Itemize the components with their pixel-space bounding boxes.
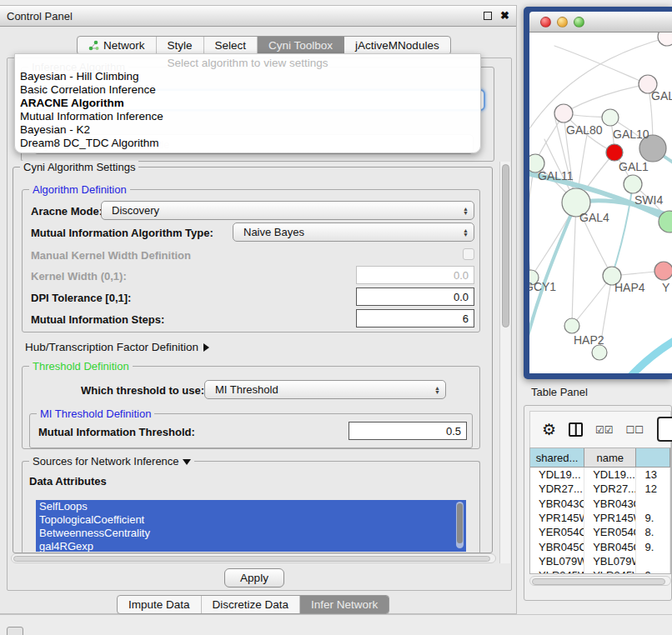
attribute-item[interactable]: gal4RGexp bbox=[36, 540, 466, 552]
hub-tf-definition-label: Hub/Transcription Factor Definition bbox=[25, 341, 198, 353]
tab-network[interactable]: Network bbox=[78, 37, 157, 54]
tab-select[interactable]: Select bbox=[204, 37, 258, 54]
bottom-tab-infer-network[interactable]: Infer Network bbox=[300, 596, 389, 613]
close-traffic-light-icon[interactable] bbox=[540, 17, 551, 28]
cyni-algorithm-settings-title: Cyni Algorithm Settings bbox=[20, 161, 138, 173]
which-threshold-label: Which threshold to use: bbox=[81, 384, 204, 397]
node-top-cut[interactable] bbox=[658, 32, 672, 46]
tab-style[interactable]: Style bbox=[157, 37, 204, 54]
tab-cyni-toolbox[interactable]: Cyni Toolbox bbox=[258, 37, 344, 54]
table-row[interactable]: YER054CYER054C8. bbox=[530, 525, 670, 539]
hub-tf-definition-toggle[interactable]: Hub/Transcription Factor Definition bbox=[25, 341, 209, 353]
algorithm-option[interactable]: Basic Correlation Inference bbox=[15, 83, 480, 97]
node-red[interactable] bbox=[606, 144, 623, 161]
bottom-tab-discretize-data[interactable]: Discretize Data bbox=[202, 596, 301, 613]
select-all-checkboxes-icon[interactable]: ☑☑ bbox=[595, 424, 614, 436]
mi-steps-field[interactable]: 6 bbox=[356, 309, 474, 328]
network-canvas[interactable]: GAL8GAL80GAL10GAL11GAL1SWI4GAL4GCY1HAP4Y… bbox=[529, 32, 672, 373]
aracne-mode-combo[interactable]: Discovery ▲▼ bbox=[101, 201, 474, 220]
gear-icon[interactable]: ⚙ bbox=[542, 420, 556, 439]
network-edge bbox=[564, 84, 648, 113]
algorithm-option[interactable]: Bayesian - K2 bbox=[15, 123, 480, 137]
sources-group-title[interactable]: Sources for Network Inference bbox=[29, 455, 194, 468]
unselect-all-checkboxes-icon[interactable]: ☐☐ bbox=[626, 424, 644, 436]
attributes-scrollbar-thumb[interactable] bbox=[457, 503, 463, 543]
node-gal80[interactable] bbox=[554, 104, 573, 122]
table-row[interactable]: YBR043CYBR043C bbox=[530, 497, 670, 511]
node-table[interactable]: shared...name YDL19...YDL19...13YDR27...… bbox=[529, 448, 671, 574]
mi-threshold-field[interactable]: 0.5 bbox=[349, 422, 467, 440]
attribute-item[interactable]: BetweennessCentrality bbox=[36, 527, 466, 540]
table-row[interactable]: YDL19...YDL19...13 bbox=[530, 468, 670, 482]
combo-stepper-icon: ▲▼ bbox=[434, 386, 440, 394]
node-label: HAP4 bbox=[614, 281, 645, 294]
algorithm-option[interactable]: Mutual Information Inference bbox=[15, 110, 480, 123]
table-horizontal-scrollbar-thumb[interactable] bbox=[532, 578, 665, 585]
threshold-definition-group: Threshold Definition Which threshold to … bbox=[22, 366, 480, 449]
table-row[interactable]: YPR145WYPR145W9. bbox=[530, 511, 670, 525]
control-panel-title: Control Panel bbox=[7, 10, 73, 22]
settings-vertical-scrollbar[interactable] bbox=[499, 162, 510, 563]
column-header[interactable] bbox=[636, 448, 670, 467]
mi-steps-label: Mutual Information Steps: bbox=[31, 313, 164, 326]
table-cell: YBR045C bbox=[530, 539, 584, 553]
float-window-icon[interactable] bbox=[484, 12, 492, 20]
node-bottom[interactable] bbox=[592, 345, 607, 360]
table-row[interactable]: YBL079WYBL079W bbox=[530, 554, 670, 568]
settings-horizontal-scrollbar-thumb[interactable] bbox=[13, 556, 490, 562]
table-cell: YBL079W bbox=[530, 554, 584, 568]
network-edge bbox=[628, 336, 672, 373]
attribute-item[interactable]: SelfLoops bbox=[36, 500, 466, 513]
manual-kernel-checkbox[interactable] bbox=[463, 248, 474, 260]
table-row[interactable]: YBR045CYBR045C9. bbox=[530, 539, 670, 553]
kernel-width-field[interactable]: 0.0 bbox=[356, 266, 474, 284]
algorithm-option[interactable]: Dream8 DC_TDC Algorithm bbox=[15, 137, 480, 150]
algorithm-option[interactable]: Bayesian - Hill Climbing bbox=[15, 70, 480, 83]
tab-label: Cyni Toolbox bbox=[268, 39, 333, 52]
attributes-scrollbar[interactable] bbox=[456, 502, 464, 548]
settings-horizontal-scrollbar[interactable] bbox=[11, 553, 496, 563]
mi-steps-value: 6 bbox=[463, 312, 469, 325]
table-cell: 8. bbox=[636, 525, 670, 539]
which-threshold-combo[interactable]: MI Threshold ▲▼ bbox=[204, 380, 446, 399]
function-builder-icon[interactable] bbox=[657, 417, 672, 442]
mi-type-value: Naive Bayes bbox=[243, 226, 304, 238]
apply-button[interactable]: Apply bbox=[224, 568, 284, 588]
table-row[interactable]: YLR345WYLR345W9. bbox=[530, 568, 670, 574]
table-cell: YBR045C bbox=[584, 539, 636, 553]
column-header[interactable]: shared... bbox=[530, 448, 584, 467]
combo-stepper-icon: ▲▼ bbox=[463, 207, 469, 215]
control-panel-main: Inference Algorithm gal-filtered sif def… bbox=[7, 58, 512, 591]
bottom-tab-impute-data[interactable]: Impute Data bbox=[118, 596, 202, 613]
node-label: GAL11 bbox=[538, 169, 574, 182]
table-horizontal-scrollbar[interactable] bbox=[529, 576, 671, 586]
split-columns-icon[interactable] bbox=[569, 422, 583, 437]
tab-jactivemnodules[interactable]: jActiveMNodules bbox=[344, 37, 450, 54]
network-edge bbox=[572, 202, 576, 326]
table-panel-title: Table Panel bbox=[524, 382, 672, 402]
algorithm-option[interactable]: ARACNE Algorithm bbox=[15, 97, 480, 110]
column-header[interactable]: name bbox=[584, 448, 636, 467]
close-icon[interactable]: ✖ bbox=[500, 12, 509, 20]
dpi-tolerance-field[interactable]: 0.0 bbox=[356, 288, 474, 306]
dpi-tolerance-label: DPI Tolerance [0,1]: bbox=[31, 292, 131, 304]
mi-threshold-value: 0.5 bbox=[446, 425, 461, 438]
zoom-traffic-light-icon[interactable] bbox=[574, 17, 584, 28]
bottom-left-button[interactable] bbox=[7, 627, 23, 635]
node-hap2[interactable] bbox=[564, 318, 579, 333]
apply-button-label: Apply bbox=[240, 572, 268, 584]
node-gal1[interactable] bbox=[624, 175, 642, 193]
settings-vertical-scrollbar-thumb[interactable] bbox=[502, 164, 509, 328]
network-view-window: GAL8GAL80GAL10GAL11GAL1SWI4GAL4GCY1HAP4Y… bbox=[524, 7, 672, 379]
bottom-tab-bar: Impute DataDiscretize DataInfer Network bbox=[117, 595, 389, 614]
minimize-traffic-light-icon[interactable] bbox=[557, 17, 568, 28]
table-cell: YDR27... bbox=[584, 482, 636, 496]
table-panel-window: ⚙ ☑☑ ☐☐ shared...name YDL19...YDL19...13… bbox=[524, 405, 672, 601]
table-row[interactable]: YDR27...YDR27...12 bbox=[530, 482, 670, 496]
table-cell: 12 bbox=[636, 482, 670, 496]
node-gal10[interactable] bbox=[602, 109, 619, 126]
mi-type-combo[interactable]: Naive Bayes ▲▼ bbox=[233, 222, 474, 242]
attribute-item[interactable]: TopologicalCoefficient bbox=[36, 513, 466, 527]
node-salmon[interactable] bbox=[654, 262, 672, 280]
sources-group: Sources for Network Inference Data Attri… bbox=[22, 461, 480, 554]
